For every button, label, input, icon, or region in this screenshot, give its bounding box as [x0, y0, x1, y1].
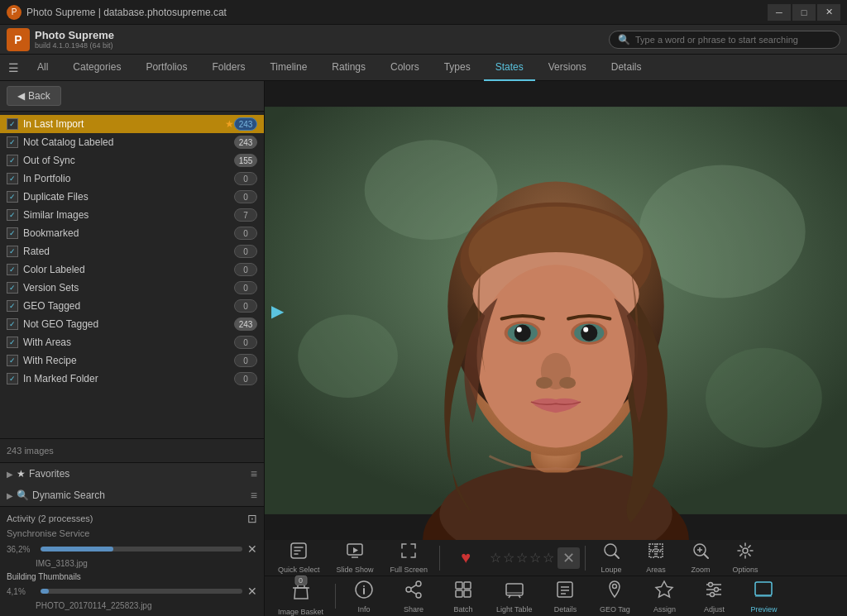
cancel-icon-1[interactable]: ✕	[247, 542, 257, 556]
svg-point-59	[613, 584, 617, 588]
cancel-icon-2[interactable]: ✕	[247, 585, 257, 598]
tab-all[interactable]: All	[26, 55, 60, 81]
dynamic-search-header[interactable]: ▶ 🔍 Dynamic Search ≡	[0, 485, 264, 506]
full-screen-button[interactable]: Full Screen	[384, 540, 435, 575]
star-3-icon[interactable]: ☆	[516, 550, 528, 566]
state-item-color-labeled[interactable]: ✓ Color Labeled 0	[0, 260, 264, 279]
state-checkbox[interactable]: ✓	[7, 282, 18, 294]
state-checkbox[interactable]: ✓	[7, 337, 18, 348]
state-item-not-geo-tagged[interactable]: ✓ Not GEO Tagged 243	[0, 315, 264, 333]
search-input[interactable]	[635, 35, 831, 45]
tab-colors[interactable]: Colors	[379, 55, 431, 81]
tab-portfolios[interactable]: Portfolios	[134, 55, 199, 81]
star-4-icon[interactable]: ☆	[529, 550, 541, 566]
state-checkbox[interactable]: ✓	[7, 118, 18, 130]
state-badge: 0	[234, 190, 257, 203]
star-2-icon[interactable]: ☆	[503, 550, 514, 566]
state-checkbox[interactable]: ✓	[7, 373, 18, 384]
state-checkbox[interactable]: ✓	[7, 355, 18, 366]
sync-label: Synchronise Service	[7, 527, 257, 540]
share-button[interactable]: Share	[390, 578, 437, 615]
state-checkbox[interactable]: ✓	[7, 300, 18, 312]
state-item-rated[interactable]: ✓ Rated 0	[0, 242, 264, 260]
svg-point-18	[514, 325, 531, 341]
quick-select-button[interactable]: Quick Select	[271, 540, 327, 575]
tab-timeline[interactable]: Timeline	[258, 55, 318, 81]
light-table-button[interactable]: Light Table	[490, 578, 538, 615]
svg-point-23	[536, 377, 553, 389]
state-item-out-of-sync[interactable]: ✓ Out of Sync 155	[0, 151, 264, 170]
batch-button[interactable]: Batch	[440, 578, 486, 615]
info-icon	[354, 580, 374, 604]
menu-dots-icon[interactable]: ≡	[251, 467, 257, 480]
info-button[interactable]: Info	[341, 578, 387, 615]
back-button[interactable]: ◀ Back	[7, 86, 61, 106]
tab-details[interactable]: Details	[600, 55, 653, 81]
state-item-with-areas[interactable]: ✓ With Areas 0	[0, 333, 264, 351]
minimize-button[interactable]: ─	[768, 4, 791, 21]
state-checkbox[interactable]: ✓	[7, 173, 18, 184]
state-label: Version Sets	[23, 282, 234, 294]
favorites-header[interactable]: ▶ ★ Favorites ≡	[0, 463, 264, 485]
light-table-icon	[505, 580, 524, 604]
state-checkbox[interactable]: ✓	[7, 136, 18, 148]
main-area: ◀ Back ✓ In Last Import ★ 243 ✓ Not Cata…	[0, 81, 847, 616]
slide-show-button[interactable]: Slide Show	[330, 540, 380, 575]
menu-dots-icon[interactable]: ≡	[251, 489, 257, 502]
assign-button[interactable]: Assign	[641, 578, 687, 615]
state-item-in-last-import[interactable]: ✓ In Last Import ★ 243	[0, 115, 264, 133]
activity-expand-icon[interactable]: ⊡	[247, 512, 257, 525]
options-button[interactable]: Options	[725, 540, 766, 575]
clear-rating-button[interactable]: ✕	[557, 547, 580, 569]
state-item-version-sets[interactable]: ✓ Version Sets 0	[0, 279, 264, 297]
state-item-similar-images[interactable]: ✓ Similar Images 7	[0, 206, 264, 224]
state-item-in-portfolio[interactable]: ✓ In Portfolio 0	[0, 170, 264, 188]
maximize-button[interactable]: □	[792, 4, 816, 21]
state-item-in-marked-folder[interactable]: ✓ In Marked Folder 0	[0, 370, 264, 388]
state-checkbox[interactable]: ✓	[7, 227, 18, 239]
light-table-label: Light Table	[496, 605, 532, 614]
areas-button[interactable]: Areas	[635, 540, 677, 575]
zoom-button[interactable]: Zoom	[680, 540, 721, 575]
tab-ratings[interactable]: Ratings	[320, 55, 377, 81]
adjust-button[interactable]: Adjust	[691, 578, 737, 615]
star-1-icon[interactable]: ☆	[490, 550, 501, 566]
preview-button[interactable]: Preview	[740, 578, 787, 615]
svg-rect-49	[456, 590, 462, 597]
state-item-duplicate-files[interactable]: ✓ Duplicate Files 0	[0, 188, 264, 206]
images-count: 243 images	[0, 438, 264, 462]
close-button[interactable]: ✕	[817, 4, 840, 21]
svg-point-65	[711, 592, 715, 596]
state-checkbox[interactable]: ✓	[7, 318, 18, 330]
state-item-geo-tagged[interactable]: ✓ GEO Tagged 0	[0, 297, 264, 315]
image-basket-button[interactable]: 0 Image Basket	[271, 575, 330, 617]
assign-icon	[654, 580, 674, 604]
tab-categories[interactable]: Categories	[61, 55, 132, 81]
svg-point-21	[583, 327, 588, 332]
state-checkbox[interactable]: ✓	[7, 209, 18, 221]
geo-tag-button[interactable]: GEO Tag	[591, 578, 638, 615]
tab-versions[interactable]: Versions	[537, 55, 598, 81]
toolbar-top-row: Quick Select Slide Show Full Screen ♥	[265, 540, 847, 576]
search-box[interactable]: 🔍	[609, 31, 840, 49]
state-item-bookmarked[interactable]: ✓ Bookmarked 0	[0, 224, 264, 242]
progress-bar-2	[41, 589, 242, 594]
state-checkbox[interactable]: ✓	[7, 155, 18, 166]
star-rating[interactable]: ☆ ☆ ☆ ☆ ☆	[490, 550, 554, 566]
menu-icon[interactable]: ☰	[3, 61, 24, 74]
svg-point-38	[743, 548, 748, 553]
state-item-not-catalog-labeled[interactable]: ✓ Not Catalog Labeled 243	[0, 133, 264, 151]
loupe-button[interactable]: Loupe	[591, 540, 632, 575]
tab-folders[interactable]: Folders	[200, 55, 256, 81]
state-item-with-recipe[interactable]: ✓ With Recipe 0	[0, 351, 264, 370]
progress-pct-1: 36,2%	[7, 545, 36, 554]
state-checkbox[interactable]: ✓	[7, 191, 18, 203]
state-checkbox[interactable]: ✓	[7, 246, 18, 257]
tab-states[interactable]: States	[484, 55, 535, 81]
state-label: Not Catalog Labeled	[23, 136, 234, 148]
state-checkbox[interactable]: ✓	[7, 264, 18, 275]
tab-types[interactable]: Types	[433, 55, 482, 81]
details-button[interactable]: Details	[542, 578, 588, 615]
star-5-icon[interactable]: ☆	[543, 550, 554, 566]
heart-button[interactable]: ♥	[445, 547, 486, 569]
